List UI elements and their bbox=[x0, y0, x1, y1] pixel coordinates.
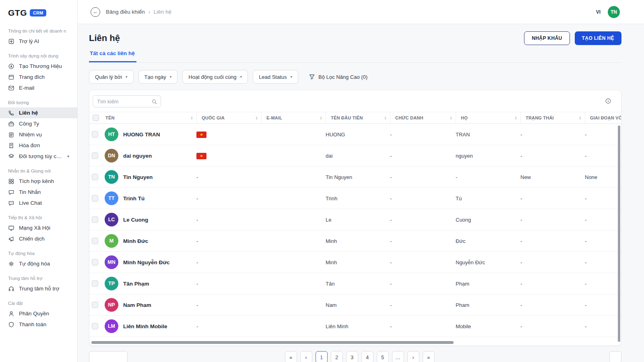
sidebar-item-tự-động-hóa[interactable]: Tự động hóa bbox=[0, 258, 77, 269]
contact-name-cell[interactable]: LCLe Cuong bbox=[105, 213, 196, 226]
sidebar-item-mạng-xã-hội[interactable]: Mạng Xã Hội bbox=[0, 222, 77, 233]
vertical-scrollbar[interactable] bbox=[618, 125, 620, 342]
sort-icon[interactable]: ▲▼ bbox=[317, 116, 322, 120]
sort-icon[interactable]: ▲▼ bbox=[576, 116, 582, 120]
contact-name-cell[interactable]: TTTrinh Tú bbox=[105, 191, 196, 205]
sidebar-item-công-ty[interactable]: Công Ty bbox=[0, 118, 77, 129]
table-row[interactable]: NPNam Pham-Nam-Pham-- bbox=[89, 294, 621, 316]
sidebar-item-nhiệm-vụ[interactable]: Nhiệm vụ bbox=[0, 129, 77, 140]
channels-icon bbox=[8, 178, 15, 185]
contact-name-cell[interactable]: HTHUONG TRAN bbox=[105, 128, 196, 141]
sidebar-item-chiến-dịch[interactable]: Chiến dịch bbox=[0, 233, 77, 244]
goto-page-input[interactable] bbox=[609, 351, 621, 362]
row-checkbox[interactable] bbox=[92, 259, 98, 265]
sidebar-item-label: Tin Nhắn bbox=[19, 189, 41, 195]
brand-logo[interactable]: GTG CRM bbox=[0, 8, 77, 22]
back-button[interactable]: ← bbox=[91, 7, 100, 17]
import-button[interactable]: NHẬP KHẨU bbox=[524, 31, 570, 45]
sidebar-item-phân-quyền[interactable]: Phân Quyền bbox=[0, 308, 77, 319]
sidebar-item-liên-hệ[interactable]: Liên hệ bbox=[0, 107, 77, 118]
page-nav-button[interactable]: … bbox=[392, 351, 404, 362]
create-contact-button[interactable]: TẠO LIÊN HỆ bbox=[575, 31, 621, 45]
row-checkbox[interactable] bbox=[92, 195, 98, 202]
page-nav-button[interactable]: « bbox=[285, 351, 297, 362]
row-checkbox[interactable] bbox=[92, 280, 98, 287]
topbar: ← Bảng điều khiển › Liên hệ VI TN bbox=[78, 0, 644, 24]
contact-name-cell[interactable]: TPTân Phạm bbox=[105, 277, 196, 290]
table-row[interactable]: TPTân Phạm-Tân-Phạm-- bbox=[89, 273, 621, 294]
sidebar-item-trang-đích[interactable]: Trang đích bbox=[0, 72, 77, 82]
last-name-cell: - bbox=[456, 174, 520, 180]
filter-dropdown-quản-lý-bởi[interactable]: Quản lý bởi▾ bbox=[89, 70, 134, 84]
table-row[interactable]: HTHUONG TRAN★HUONG-TRAN-- bbox=[89, 124, 621, 145]
column-header-chức-danh[interactable]: CHỨC DANH▲▼ bbox=[390, 112, 456, 123]
filter-dropdown-lead-status[interactable]: Lead Status▾ bbox=[253, 70, 298, 84]
filter-dropdown-tạo-ngày[interactable]: Tạo ngày▾ bbox=[138, 70, 178, 84]
sidebar-item-trung-tâm-hỗ-trợ[interactable]: Trung tâm hỗ trợ bbox=[0, 283, 77, 294]
table-row[interactable]: LCLe Cuong-Le-Cuong-- bbox=[89, 209, 621, 230]
row-checkbox[interactable] bbox=[92, 238, 98, 244]
filter-dropdown-hoạt-động-cuối-cùng[interactable]: Hoạt động cuối cùng▾ bbox=[182, 70, 248, 84]
sort-icon[interactable]: ▲▼ bbox=[253, 116, 258, 120]
sidebar-item-e-mail[interactable]: E-mail bbox=[0, 82, 77, 93]
table-row[interactable]: TTTrinh Tú-Trinh-Tú-- bbox=[89, 188, 621, 209]
table-row[interactable]: LMLiên Minh Mobile-Liên Minh-Mobile-- bbox=[89, 316, 621, 337]
table-row[interactable]: DNdai nguyen★dai-nguyen-- bbox=[89, 145, 621, 167]
advanced-filter-button[interactable]: Bộ Lọc Nâng Cao (0) bbox=[309, 74, 367, 80]
page-nav-button[interactable]: ‹ bbox=[300, 351, 312, 362]
contact-name-cell[interactable]: MNMinh Nguyễn Đức bbox=[105, 255, 196, 269]
tab-all-contacts[interactable]: Tất cả các liên hệ bbox=[89, 50, 136, 62]
page-button-2[interactable]: 2 bbox=[331, 351, 343, 362]
row-checkbox[interactable] bbox=[92, 216, 98, 223]
column-header-họ[interactable]: HỌ▲▼ bbox=[456, 112, 520, 123]
breadcrumb-dashboard[interactable]: Bảng điều khiển bbox=[106, 9, 145, 15]
column-header-tên-đầu-tiên[interactable]: TÊN ĐẦU TIÊN▲▼ bbox=[326, 112, 390, 123]
sort-icon[interactable]: ▲▼ bbox=[447, 116, 452, 120]
invoice-icon bbox=[8, 142, 15, 149]
user-avatar[interactable]: TN bbox=[608, 6, 620, 18]
column-header-e-mail[interactable]: E-MAIL▲▼ bbox=[261, 112, 326, 123]
row-checkbox[interactable] bbox=[92, 323, 98, 329]
country-cell: - bbox=[196, 238, 261, 244]
column-header-trạng-thái[interactable]: TRẠNG THÁI▲▼ bbox=[520, 112, 585, 123]
table-row[interactable]: MMinh Đức-Minh-Đức-- bbox=[89, 230, 621, 252]
contact-name-cell[interactable]: MMinh Đức bbox=[105, 234, 196, 248]
contact-name-cell[interactable]: LMLiên Minh Mobile bbox=[105, 319, 196, 333]
contact-name-cell[interactable]: TNTin Nguyen bbox=[105, 170, 196, 184]
search-input[interactable] bbox=[97, 99, 149, 105]
row-checkbox[interactable] bbox=[92, 152, 98, 159]
table-row[interactable]: TNTin Nguyen-Tin Nguyen--NewNone bbox=[89, 167, 621, 188]
column-header-quốc-gia[interactable]: QUỐC GIA▲▼ bbox=[196, 112, 261, 123]
row-checkbox[interactable] bbox=[92, 131, 98, 138]
page-button-3[interactable]: 3 bbox=[346, 351, 358, 362]
horizontal-scrollbar[interactable] bbox=[91, 341, 454, 344]
page-nav-button[interactable]: › bbox=[407, 351, 419, 362]
sidebar-item-thanh-toán[interactable]: Thanh toán bbox=[0, 319, 77, 330]
sort-icon[interactable]: ▲▼ bbox=[382, 116, 387, 120]
sort-icon[interactable]: ▲▼ bbox=[188, 116, 193, 120]
contact-name-cell[interactable]: DNdai nguyen bbox=[105, 149, 196, 162]
row-checkbox[interactable] bbox=[92, 174, 98, 180]
column-header-giai-đoạn-vò[interactable]: GIAI ĐOẠN VÒ▲▼ bbox=[585, 112, 621, 123]
language-selector[interactable]: VI bbox=[596, 9, 601, 15]
page-button-4[interactable]: 4 bbox=[361, 351, 374, 362]
info-icon[interactable] bbox=[605, 98, 612, 105]
sidebar-item-trợ-lý-ai[interactable]: Trợ lý AI bbox=[0, 36, 77, 47]
sidebar-item-hóa-đơn[interactable]: Hóa đơn bbox=[0, 140, 77, 151]
page-button-5[interactable]: 5 bbox=[377, 351, 389, 362]
row-checkbox[interactable] bbox=[92, 302, 98, 308]
sort-icon[interactable]: ▲▼ bbox=[512, 116, 517, 120]
sidebar-item-tạo-thương-hiệu[interactable]: Tạo Thương Hiệu bbox=[0, 61, 77, 72]
sidebar-item-live-chat[interactable]: Live Chat bbox=[0, 197, 77, 208]
select-all-checkbox[interactable] bbox=[93, 115, 99, 121]
table-row[interactable]: MNMinh Nguyễn Đức-Minh-Nguyễn Đức-- bbox=[89, 252, 621, 273]
page-nav-button[interactable]: » bbox=[423, 351, 435, 362]
column-header-tên[interactable]: TÊN▲▼ bbox=[105, 112, 196, 123]
filter-dropdown-label: Hoạt động cuối cùng bbox=[188, 74, 236, 80]
sidebar-item-tích-hợp-kênh[interactable]: Tích hợp kênh bbox=[0, 176, 77, 187]
contact-name-cell[interactable]: NPNam Pham bbox=[105, 298, 196, 312]
page-size-select[interactable] bbox=[89, 351, 128, 362]
sidebar-item-đối-tượng-tùy-chỉnh[interactable]: Đối tượng tùy chỉnh▾ bbox=[0, 151, 77, 162]
page-button-1[interactable]: 1 bbox=[316, 351, 328, 362]
sidebar-item-tin-nhắn[interactable]: Tin Nhắn bbox=[0, 187, 77, 197]
